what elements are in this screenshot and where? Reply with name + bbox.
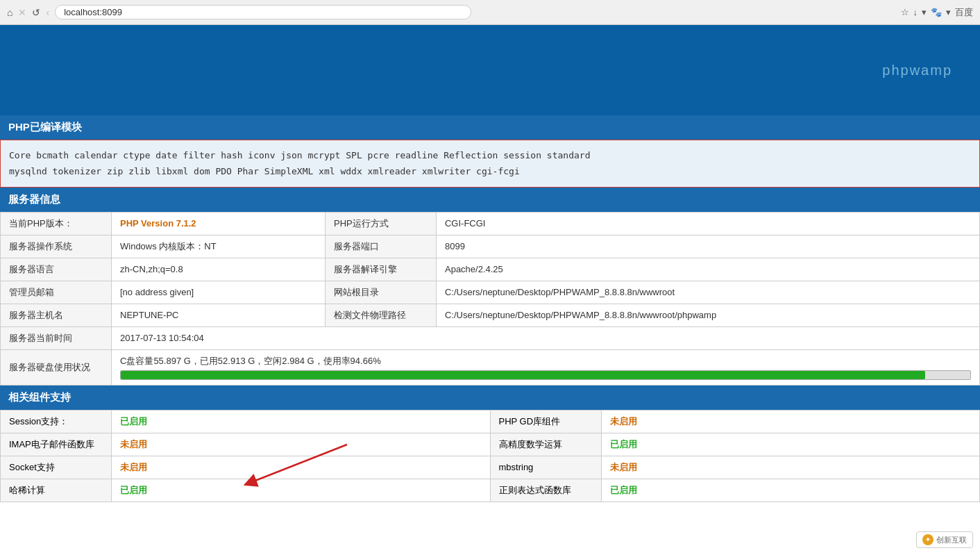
components-table: Session支持： 已启用 PHP GD库组件 未启用 IMAP电子邮件函数库…	[0, 410, 980, 502]
browser-chrome: ⌂ ✕ ↺ ‹ ☆ ↓ ▾ 🐾 ▾ 百度	[0, 0, 980, 25]
comp-label-mbstring: mbstring	[490, 456, 601, 479]
banner-title: phpwamp	[882, 63, 952, 78]
forward-icon[interactable]: ‹	[46, 7, 49, 18]
table-row: 服务器语言 zh-CN,zh;q=0.8 服务器解译引擎 Apache/2.4.…	[1, 258, 980, 281]
comp-label-imap: IMAP电子邮件函数库	[1, 433, 112, 456]
table-row: 服务器当前时间 2017-07-13 10:54:04	[1, 326, 980, 349]
disk-text: C盘容量55.897 G，已用52.913 G，空闲2.984 G，使用率94.…	[120, 355, 971, 367]
label-os: 服务器操作系统	[1, 235, 112, 258]
value-time: 2017-07-13 10:54:04	[112, 326, 980, 349]
value-webroot: C:/Users/neptune/Desktop/PHPWAMP_8.8.8.8…	[436, 281, 979, 304]
value-filepath: C:/Users/neptune/Desktop/PHPWAMP_8.8.8.8…	[436, 304, 979, 326]
label-lang: 服务器语言	[1, 258, 112, 281]
server-section-header: 服务器信息	[0, 188, 980, 212]
disk-bar-fill	[121, 371, 925, 379]
comp-row: IMAP电子邮件函数库 未启用 高精度数学运算 已启用	[1, 433, 980, 456]
address-bar[interactable]	[55, 5, 471, 19]
home-icon[interactable]: ⌂	[7, 7, 12, 18]
table-row-disk: 服务器硬盘使用状况 C盘容量55.897 G，已用52.913 G，空闲2.98…	[1, 349, 980, 385]
comp-row: Socket支持 未启用 mbstring 未启用	[1, 456, 980, 479]
modules-line2: mysqlnd tokenizer zip zlib libxml dom PD…	[9, 163, 971, 179]
modules-section-header: PHP已编译模块	[0, 115, 980, 140]
comp-label-session: Session支持：	[1, 410, 112, 433]
value-php-mode: CGI-FCGI	[436, 212, 979, 235]
comp-label-pcre: 正则表达式函数库	[490, 479, 601, 502]
modules-line1: Core bcmath calendar ctype date filter h…	[9, 147, 971, 163]
comp-value-bcmath: 已启用	[601, 433, 980, 456]
search-engine-label: 百度	[955, 6, 973, 19]
value-engine: Apache/2.4.25	[436, 258, 979, 281]
label-webroot: 网站根目录	[325, 281, 436, 304]
comp-label-hash: 哈稀计算	[1, 479, 112, 502]
dropdown-icon[interactable]: ▾	[922, 7, 927, 17]
comp-value-hash: 已启用	[112, 479, 491, 502]
comp-label-gd: PHP GD库组件	[490, 410, 601, 433]
disk-bar-container	[120, 370, 971, 380]
comp-value-imap: 未启用	[112, 433, 491, 456]
table-row: 管理员邮箱 [no address given] 网站根目录 C:/Users/…	[1, 281, 980, 304]
value-disk: C盘容量55.897 G，已用52.913 G，空闲2.984 G，使用率94.…	[112, 349, 980, 385]
back-icon[interactable]: ↺	[32, 7, 40, 18]
label-filepath: 检测文件物理路径	[325, 304, 436, 326]
label-email: 管理员邮箱	[1, 281, 112, 304]
modules-box: Core bcmath calendar ctype date filter h…	[0, 140, 980, 188]
user-dropdown-icon[interactable]: ▾	[946, 7, 951, 17]
value-lang: zh-CN,zh;q=0.8	[112, 258, 326, 281]
table-row: 服务器操作系统 Windows 内核版本：NT 服务器端口 8099	[1, 235, 980, 258]
comp-value-socket: 未启用	[112, 456, 491, 479]
components-section-header: 相关组件支持	[0, 386, 980, 410]
user-icon[interactable]: 🐾	[931, 7, 942, 17]
label-php-version: 当前PHP版本：	[1, 212, 112, 235]
value-port: 8099	[436, 235, 979, 258]
comp-row: 哈稀计算 已启用 正则表达式函数库 已启用	[1, 479, 980, 502]
label-time: 服务器当前时间	[1, 326, 112, 349]
comp-value-pcre: 已启用	[601, 479, 980, 502]
comp-value-mbstring: 未启用	[601, 456, 980, 479]
label-disk: 服务器硬盘使用状况	[1, 349, 112, 385]
browser-actions: ☆ ↓ ▾ 🐾 ▾ 百度	[901, 6, 974, 19]
value-php-version: PHP Version 7.1.2	[112, 212, 326, 235]
download-icon[interactable]: ↓	[913, 7, 918, 17]
value-email: [no address given]	[112, 281, 326, 304]
page-content: phpwamp PHP已编译模块 Core bcmath calendar ct…	[0, 25, 980, 502]
label-port: 服务器端口	[325, 235, 436, 258]
value-hostname: NEPTUNE-PC	[112, 304, 326, 326]
comp-value-session: 已启用	[112, 410, 491, 433]
table-row: 服务器主机名 NEPTUNE-PC 检测文件物理路径 C:/Users/nept…	[1, 304, 980, 326]
label-engine: 服务器解译引擎	[325, 258, 436, 281]
comp-label-socket: Socket支持	[1, 456, 112, 479]
table-row: 当前PHP版本： PHP Version 7.1.2 PHP运行方式 CGI-F…	[1, 212, 980, 235]
comp-label-bcmath: 高精度数学运算	[490, 433, 601, 456]
value-os: Windows 内核版本：NT	[112, 235, 326, 258]
bookmark-icon[interactable]: ☆	[901, 7, 909, 17]
label-php-mode: PHP运行方式	[325, 212, 436, 235]
close-tab-icon[interactable]: ✕	[18, 7, 26, 18]
header-banner: phpwamp	[0, 25, 980, 115]
label-hostname: 服务器主机名	[1, 304, 112, 326]
components-area: Session支持： 已启用 PHP GD库组件 未启用 IMAP电子邮件函数库…	[0, 410, 980, 502]
comp-value-gd: 未启用	[601, 410, 980, 433]
server-info-table: 当前PHP版本： PHP Version 7.1.2 PHP运行方式 CGI-F…	[0, 212, 980, 386]
comp-row: Session支持： 已启用 PHP GD库组件 未启用	[1, 410, 980, 433]
